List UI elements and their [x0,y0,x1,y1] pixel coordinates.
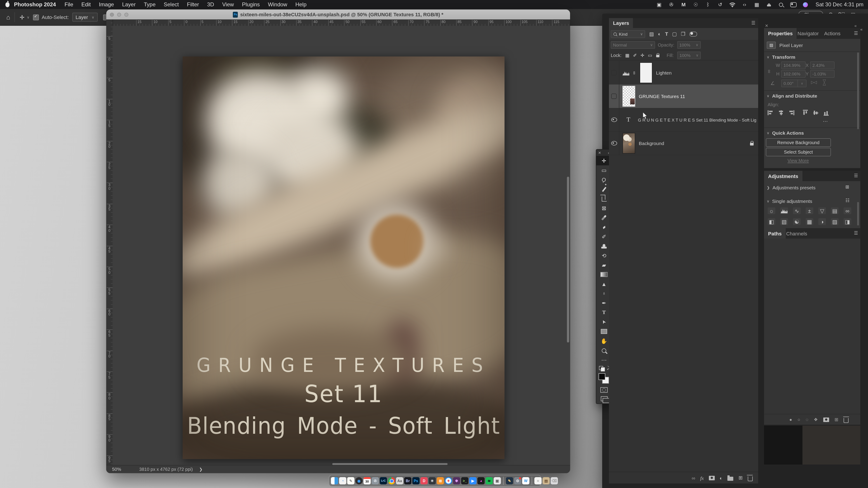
menu-item-layer[interactable]: Layer [118,1,140,8]
tab-channels[interactable]: Channels [782,228,811,238]
layer-visibility-toggle[interactable] [609,108,619,131]
lock-position-icon[interactable]: ✛ [641,53,645,58]
dock-image-capture-icon[interactable]: ▣ [494,477,501,484]
layer-row-text[interactable]: TG R U N G E T E X T U R E S Set 11 Blen… [609,108,758,132]
opacity-field[interactable]: 100% ∨ [677,41,701,49]
dock-calendar-icon[interactable]: 30 [364,477,371,484]
dock-notes-icon[interactable]: ✎ [347,477,354,484]
window-manager-icon[interactable]: ▦ [754,1,760,8]
dock-shutter-app-icon[interactable]: ✳ [429,477,436,484]
dock-lightroom-icon[interactable]: LrC [380,477,387,484]
display-icon[interactable]: ▣ [656,1,662,8]
filter-pixel-icon[interactable]: ▨ [649,31,654,37]
brightness-contrast-adjustment-icon[interactable]: ☼ [768,207,775,214]
presets-grid-icon[interactable]: ⊞ [845,184,849,189]
properties-scrollbar[interactable] [857,53,859,129]
path-operations-icon[interactable]: ❖ [814,417,818,422]
properties-menu-icon[interactable]: ☰ [854,31,858,36]
menu-app-name[interactable]: Photoshop 2024 [9,1,60,8]
layer-mask-thumbnail[interactable] [640,62,652,83]
layer-thumbnail[interactable] [622,86,635,107]
link-dimensions-icon[interactable]: ∞ [767,70,772,73]
bluetooth-icon[interactable]: ᛒ [705,1,711,8]
ruler-vertical[interactable]: 5051015202530354045505560657075808590951… [106,20,113,473]
blend-mode-dropdown[interactable]: Normal ∨ [611,41,655,49]
home-icon[interactable]: ⌂ [6,13,10,21]
layer-effects-icon[interactable]: fx [700,475,704,481]
auto-select-dropdown[interactable]: Layer ∨ [72,13,97,22]
menu-item-filter[interactable]: Filter [183,1,203,8]
y-field[interactable]: -1.03% [810,70,835,78]
filter-kind-dropdown[interactable]: Kind ∨ [611,30,645,38]
add-mask-icon[interactable] [823,417,829,422]
color-balance-adjustment-icon[interactable]: ∞ [844,207,851,214]
dock-creative-app-red-icon[interactable]: D [421,477,428,484]
layer-thumbnail[interactable] [622,133,635,154]
delete-path-icon[interactable] [844,418,849,423]
adjustments-presets-header[interactable]: ❯Adjustments presets [767,185,815,190]
select-subject-button[interactable]: Select Subject [766,148,831,156]
single-list-icon[interactable]: ☷ [845,198,849,203]
layer-visibility-toggle[interactable] [609,61,619,85]
horizontal-scrollbar[interactable] [332,463,447,465]
filter-shape-icon[interactable]: ▢ [672,31,677,37]
lock-transparency-icon[interactable]: ▦ [625,53,629,58]
threshold-adjustment-icon[interactable]: ◨ [844,218,851,225]
dock-documents-stack-icon[interactable]: ≡ [534,477,541,484]
menu-item-view[interactable]: View [218,1,238,8]
vibrance-adjustment-icon[interactable]: ▽ [818,207,826,214]
layer-visibility-toggle[interactable] [609,131,619,155]
menu-item-help[interactable]: Help [291,1,311,8]
dock-font-book-icon[interactable]: Aa [396,477,403,484]
zoom-level-field[interactable]: 50% [112,467,121,472]
time-machine-icon[interactable]: ↺ [717,1,723,8]
dock-preview-icon[interactable]: ◔ [339,477,346,484]
layer-visibility-toggle[interactable] [609,85,619,108]
x-field[interactable]: 2.43% [810,61,835,69]
new-path-icon[interactable]: ⊞ [835,417,838,422]
filter-adjustment-icon[interactable]: ◐ [658,31,661,37]
w-field[interactable]: 104.99% [781,61,806,69]
vertical-scrollbar[interactable] [567,177,569,343]
layer-row-background[interactable]: Background [609,131,758,156]
menu-item-select[interactable]: Select [160,1,183,8]
filter-smart-object-icon[interactable]: ❐ [681,31,685,37]
dock-zoom-app-icon[interactable]: ▶ [469,477,476,484]
spotlight-icon[interactable] [778,1,784,8]
menu-item-edit[interactable]: Edit [77,1,95,8]
transform-header[interactable]: ∨Transform [767,54,795,60]
tab-navigator[interactable]: Navigator [794,28,823,39]
accessibility-icon[interactable]: ☉ [692,1,699,8]
close-panel-icon[interactable]: ✕ [765,24,768,28]
delete-layer-icon[interactable] [747,476,752,481]
exposure-adjustment-icon[interactable]: ± [806,207,813,214]
control-center-icon[interactable] [790,1,797,8]
menu-item-plugins[interactable]: Plugins [238,1,264,8]
zoom-window-icon[interactable] [124,12,128,17]
remove-background-button[interactable]: Remove Background [766,138,831,147]
tab-actions[interactable]: Actions [820,28,844,39]
menu-item-image[interactable]: Image [95,1,118,8]
dock-creative-cloud-icon[interactable]: ◕ [477,477,485,484]
load-selection-icon[interactable]: ◌ [806,417,808,422]
photo-document[interactable]: GRUNGE TEXTURES Set 11 Blending Mode - S… [183,57,504,459]
dock-photoshop-icon[interactable]: Ps [412,477,420,484]
ruler-horizontal[interactable]: 1510505101520253035404550556065707580859… [113,20,570,26]
filter-toggle[interactable] [689,31,697,36]
foreground-color-swatch[interactable] [598,373,605,380]
curves-adjustment-icon[interactable]: ∿ [793,207,801,214]
menu-item-type[interactable]: Type [140,1,160,8]
dock-chrome-icon[interactable] [388,477,395,484]
minimize-window-icon[interactable] [117,12,121,17]
canvas-area[interactable]: GRUNGE TEXTURES Set 11 Blending Mode - S… [113,26,570,465]
lock-all-icon[interactable] [656,55,659,57]
code-icon[interactable]: ‹› [741,1,748,8]
hue-saturation-adjustment-icon[interactable]: ▤ [831,207,839,214]
new-layer-icon[interactable]: ⊞ [739,475,743,481]
align-horizontal-centers-icon[interactable] [778,110,784,116]
tab-layers[interactable]: Layers [609,18,633,28]
levels-adjustment-icon[interactable] [780,207,788,214]
dock-trash-bin-icon[interactable]: ⌫ [551,477,558,484]
dock-system-settings-icon[interactable]: ⚙ [514,477,521,484]
filter-type-icon[interactable]: T [665,31,668,37]
